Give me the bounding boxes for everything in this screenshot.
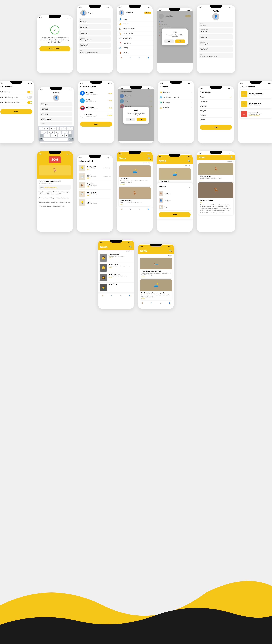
watched-item-light[interactable]: 💡 Light Drop Ceiling Lights — [79, 198, 111, 207]
key-s[interactable]: S — [44, 130, 47, 134]
designer-item-quasar-khanh[interactable]: 👴 Quasar Khanh Quasar Khanh is a designe… — [98, 263, 134, 273]
tab-home[interactable]: 🏠 — [120, 57, 122, 58]
key-b[interactable]: B — [58, 134, 60, 137]
lang-item-vietnamese[interactable]: Vietnamese — [200, 100, 232, 104]
news-blog-card-interi[interactable]: 🛋️ Interior design classic luxury style … — [140, 280, 172, 300]
back-chevron[interactable]: ‹ — [80, 86, 81, 88]
watched-item-make-up-table[interactable]: 🪞 Make up table Drop Ceiling Lights $40 — [79, 190, 111, 198]
key-delete[interactable]: ⌫ — [68, 134, 72, 137]
social-link-ig[interactable]: → Link — [108, 107, 112, 109]
news-search-icon[interactable]: 🔍 — [129, 246, 132, 248]
done-button[interactable]: Done — [159, 212, 190, 217]
news-search-icon[interactable]: 🔍 — [148, 157, 151, 160]
lang-item-malaysia[interactable]: malaysia — [200, 108, 232, 113]
back-chevron[interactable]: ‹ — [160, 86, 160, 88]
key-g[interactable]: G — [55, 130, 58, 134]
field-number[interactable]: Number — [40, 122, 72, 124]
news-search-icon[interactable]: 🔍 — [169, 249, 172, 252]
key-q[interactable]: Q — [39, 127, 42, 130]
menu-item-help-center[interactable]: ❓Help center — [117, 41, 153, 46]
key-u[interactable]: U — [60, 127, 63, 130]
close-icon[interactable]: ✕ — [189, 186, 190, 188]
unlink-no-button[interactable]: No — [126, 118, 136, 121]
designer-item-philippe-starck[interactable]: 👨 Philippe Starck Philippe pioneered the… — [98, 253, 134, 263]
setting-item-social network account[interactable]: 🌐Social network account› — [160, 95, 192, 100]
key-k[interactable]: K — [65, 130, 68, 134]
watched-item-gray-beam[interactable]: 🪑 Gray beam Drop Ceiling Lights $48 — [79, 181, 111, 190]
tab-search[interactable]: 🔍 — [151, 302, 152, 304]
field-date[interactable]: Date 15/06/1994 — [40, 112, 72, 116]
field-address[interactable]: Address Ha Dong, Ha Noi — [40, 117, 72, 121]
key-t[interactable]: T — [53, 127, 56, 130]
key-shift[interactable]: ⇧ — [40, 134, 44, 137]
social-save-button[interactable]: Save — [80, 122, 112, 126]
news-search-icon[interactable]: 🔍 — [188, 160, 190, 162]
article-search-icon[interactable]: 🔍 — [230, 156, 233, 158]
key-i[interactable]: I — [64, 127, 66, 130]
toggle-on[interactable] — [27, 91, 32, 93]
news-card-lc-col[interactable]: 🛋️ LC collection Based upon the collabor… — [119, 166, 151, 186]
back-chevron[interactable]: ‹ — [200, 91, 200, 93]
tab-profile[interactable]: 👤 — [148, 57, 149, 58]
social-link-tw[interactable]: → Link — [108, 100, 112, 101]
back-chevron[interactable]: ‹ — [79, 160, 80, 162]
key-o[interactable]: O — [67, 127, 70, 130]
back-chevron[interactable]: ‹ — [0, 86, 1, 88]
tab-cart[interactable]: 🛒 — [138, 57, 140, 58]
key-d[interactable]: D — [48, 130, 51, 134]
tab-news[interactable]: 📰 — [138, 208, 140, 210]
tab-search[interactable]: 🔍 — [111, 295, 112, 296]
tab-profile[interactable]: 👤 — [169, 302, 170, 304]
news-tab-collection[interactable]: Collection ↓ — [144, 162, 151, 164]
lang-item-singapore[interactable]: singapore — [200, 104, 232, 108]
tab-profile[interactable]: 👤 — [148, 208, 149, 210]
news-card-rattan[interactable]: 🪑 Rattan collection The Rattan Collectio… — [119, 187, 151, 206]
tab-search[interactable]: 🔍 — [130, 208, 131, 210]
lang-save-button[interactable]: Save — [200, 125, 232, 130]
key-w[interactable]: W — [42, 127, 46, 130]
field-name[interactable]: Name Hung Kieu — [40, 102, 72, 106]
key-h[interactable]: H — [58, 130, 61, 134]
key-n[interactable]: N — [61, 134, 64, 137]
back-chevron[interactable]: ‹ — [240, 86, 240, 88]
key-c[interactable]: C — [50, 134, 54, 137]
key-p[interactable]: P — [70, 127, 74, 130]
alert-yes-button[interactable]: Yes — [175, 40, 185, 43]
news-tab-sel[interactable]: Collection ↓ — [184, 165, 190, 166]
tab-home[interactable]: 🏠 — [102, 295, 103, 296]
key-f[interactable]: F — [51, 130, 54, 134]
menu-item-discount-code[interactable]: 🏷️Discount code — [117, 31, 153, 36]
tab-news[interactable]: 📰 — [160, 302, 161, 304]
tab-news[interactable]: 📰 — [120, 295, 121, 296]
home-tab[interactable]: Home — [144, 12, 151, 14]
menu-item-just-watched[interactable]: ⏱️Just watched — [117, 36, 153, 41]
toggle-off[interactable] — [27, 96, 32, 98]
unlink-yes-button[interactable]: Yes — [136, 118, 146, 121]
menu-item-profile[interactable]: 👤Profile — [117, 17, 153, 22]
menu-item-setting[interactable]: ⚙️Setting — [117, 46, 153, 50]
key-y[interactable]: Y — [56, 127, 60, 130]
news-tab-designer[interactable]: Designer ↓ — [126, 251, 132, 252]
news-tab-blog[interactable]: Blog ↓ — [168, 254, 172, 256]
lang-item-philippines[interactable]: Philippines — [200, 113, 232, 118]
notif-save-button[interactable]: Save — [0, 109, 32, 114]
tab-home[interactable]: 🏠 — [142, 302, 143, 304]
toggle-on[interactable] — [27, 101, 32, 104]
social-link-gg[interactable]: → Unlink — [106, 115, 112, 116]
menu-item-transaction-history[interactable]: 📋Transaction history — [117, 26, 153, 31]
key-x[interactable]: X — [47, 134, 50, 137]
back-to-home-button[interactable]: Back to home — [40, 46, 70, 51]
news-card-lc[interactable]: 🛋️ LC collection 10 hours — [159, 168, 190, 185]
key-a[interactable]: A — [41, 130, 44, 134]
key-space[interactable]: space — [44, 138, 68, 140]
setting-item-security[interactable]: 🔒security› — [160, 105, 192, 110]
tab-profile[interactable]: 👤 — [129, 295, 130, 296]
alert-no-button[interactable]: No — [164, 40, 174, 43]
back-chevron[interactable]: ‹ — [79, 12, 79, 14]
designer-item-quach-thai-cong[interactable]: 🧔 Quach Thai Cong Interior Designer Quac… — [98, 273, 134, 282]
setting-item-language[interactable]: 🌍Language› — [160, 100, 192, 105]
news-blog-card-trends[interactable]: 🛏️ Trends in interior styles 2020 Anothe… — [140, 258, 172, 278]
article-tab[interactable]: Collection ↓ — [227, 160, 233, 162]
selection-item-designers[interactable]: 👤 Designers — [159, 197, 190, 204]
tab-search[interactable]: 🔍 — [130, 57, 131, 58]
